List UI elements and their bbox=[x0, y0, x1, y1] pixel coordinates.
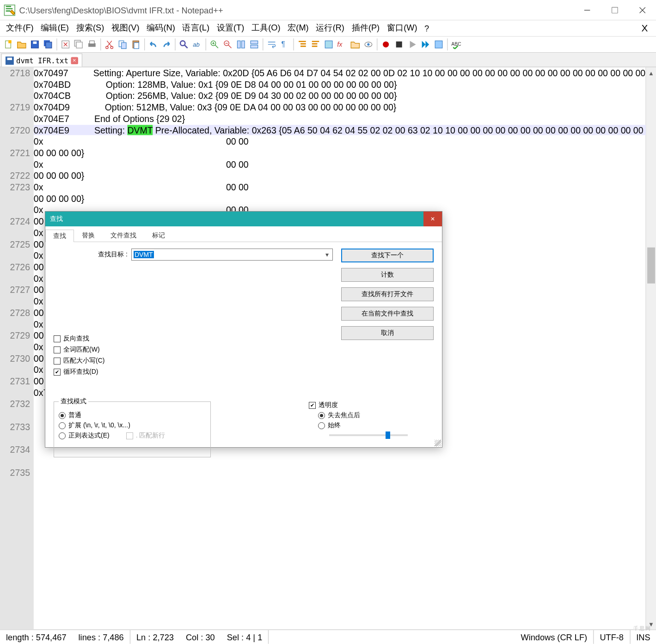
minimize-button[interactable] bbox=[573, 0, 601, 20]
scroll-up-icon[interactable]: ▲ bbox=[646, 67, 656, 78]
outdent-icon[interactable] bbox=[310, 38, 322, 50]
close-button[interactable] bbox=[629, 0, 656, 20]
menu-file[interactable]: 文件(F) bbox=[2, 22, 37, 35]
find-all-current-button[interactable]: 在当前文件中查找 bbox=[341, 307, 434, 321]
tab-find-in-files[interactable]: 文件查找 bbox=[103, 229, 144, 242]
wordwrap-icon[interactable] bbox=[266, 38, 278, 50]
replace-icon[interactable]: ab bbox=[191, 38, 203, 50]
play-icon[interactable] bbox=[406, 38, 418, 50]
status-col: Col : 30 bbox=[180, 632, 221, 642]
svg-rect-7 bbox=[46, 42, 52, 48]
menu-settings[interactable]: 设置(T) bbox=[213, 22, 248, 35]
transparency-slider[interactable] bbox=[329, 434, 408, 436]
redo-icon[interactable] bbox=[160, 38, 172, 50]
file-tab[interactable]: dvmt IFR.txt × bbox=[1, 54, 82, 67]
wholeword-checkbox[interactable]: 全词匹配(W) bbox=[54, 346, 104, 354]
menu-macro[interactable]: 宏(M) bbox=[284, 22, 312, 35]
svg-text:¶: ¶ bbox=[281, 40, 285, 48]
dropdown-icon[interactable]: ▾ bbox=[322, 250, 331, 259]
svg-rect-16 bbox=[122, 43, 126, 49]
menu-plugins[interactable]: 插件(P) bbox=[348, 22, 383, 35]
find-input[interactable]: DVMT ▾ bbox=[131, 249, 333, 261]
wrap-checkbox[interactable]: ✔循环查找(D) bbox=[54, 368, 104, 376]
menu-encoding[interactable]: 编码(N) bbox=[143, 22, 178, 35]
menubar-close-icon[interactable]: X bbox=[638, 22, 654, 35]
find-input-value: DVMT bbox=[134, 251, 154, 258]
svg-rect-23 bbox=[238, 41, 241, 48]
maximize-button[interactable] bbox=[601, 0, 629, 20]
vertical-scrollbar[interactable]: ▲ ▼ bbox=[645, 67, 656, 630]
folder-icon[interactable] bbox=[349, 38, 361, 50]
svg-rect-3 bbox=[8, 40, 12, 43]
svg-rect-34 bbox=[435, 41, 442, 48]
find-all-open-button[interactable]: 查找所有打开文件 bbox=[341, 287, 434, 301]
scroll-thumb[interactable] bbox=[647, 248, 655, 284]
fastfwd-icon[interactable] bbox=[419, 38, 431, 50]
mode-normal-radio[interactable]: 普通 bbox=[59, 411, 206, 419]
menu-tools[interactable]: 工具(O) bbox=[248, 22, 284, 35]
mode-regex-radio[interactable]: 正则表达式(E) . 匹配新行 bbox=[59, 431, 206, 440]
menu-view[interactable]: 视图(V) bbox=[108, 22, 143, 35]
svg-point-31 bbox=[367, 43, 369, 46]
tab-replace[interactable]: 替换 bbox=[74, 229, 103, 242]
watermark: 千思网 bbox=[633, 625, 651, 632]
save-all-icon[interactable] bbox=[42, 38, 54, 50]
dialog-titlebar[interactable]: 查找 ✕ bbox=[45, 212, 442, 226]
svg-rect-24 bbox=[242, 41, 245, 48]
print-icon[interactable] bbox=[86, 38, 98, 50]
search-mode-group: 查找模式 普通 扩展 (\n, \r, \t, \0, \x...) 正则表达式… bbox=[54, 397, 211, 457]
find-icon[interactable] bbox=[178, 38, 190, 50]
menu-search[interactable]: 搜索(S) bbox=[73, 22, 108, 35]
tab-mark[interactable]: 标记 bbox=[144, 229, 173, 242]
save-macro-icon[interactable] bbox=[433, 38, 445, 50]
cancel-button[interactable]: 取消 bbox=[341, 326, 434, 340]
status-sel: Sel : 4 | 1 bbox=[221, 632, 269, 642]
menu-run[interactable]: 运行(R) bbox=[312, 22, 348, 35]
dialog-title: 查找 bbox=[50, 215, 63, 223]
backward-checkbox[interactable]: 反向查找 bbox=[54, 334, 104, 343]
tab-find[interactable]: 查找 bbox=[45, 230, 74, 242]
sync-h-icon[interactable] bbox=[248, 38, 260, 50]
count-button[interactable]: 计数 bbox=[341, 268, 434, 282]
show-all-chars-icon[interactable]: ¶ bbox=[279, 38, 291, 50]
close-all-icon[interactable] bbox=[73, 38, 85, 50]
open-file-icon[interactable] bbox=[16, 38, 28, 50]
dialog-close-button[interactable]: ✕ bbox=[423, 212, 442, 226]
zoom-out-icon[interactable] bbox=[222, 38, 234, 50]
stop-icon[interactable] bbox=[393, 38, 405, 50]
transparency-group: ✔透明度 失去焦点后 始终 bbox=[304, 397, 428, 457]
transparency-checkbox[interactable]: ✔透明度 bbox=[309, 401, 423, 409]
trans-always-radio[interactable]: 始终 bbox=[318, 421, 423, 430]
spellcheck-icon[interactable]: ABC bbox=[450, 38, 462, 50]
menubar: 文件(F) 编辑(E) 搜索(S) 视图(V) 编码(N) 语言(L) 设置(T… bbox=[0, 20, 656, 36]
tab-close-icon[interactable]: × bbox=[71, 57, 78, 64]
sync-v-icon[interactable] bbox=[235, 38, 247, 50]
menu-window[interactable]: 窗口(W) bbox=[383, 22, 421, 35]
close-icon[interactable] bbox=[60, 38, 72, 50]
zoom-in-icon[interactable] bbox=[208, 38, 221, 50]
new-file-icon[interactable] bbox=[2, 38, 14, 50]
paste-icon[interactable] bbox=[130, 38, 142, 50]
monitor-icon[interactable] bbox=[362, 38, 374, 50]
userdef-icon[interactable] bbox=[323, 38, 335, 50]
svg-rect-25 bbox=[251, 41, 258, 44]
menu-help[interactable]: ? bbox=[421, 22, 433, 34]
svg-point-19 bbox=[180, 41, 185, 45]
indent-guide-icon[interactable] bbox=[296, 38, 308, 50]
resize-grip-icon[interactable] bbox=[435, 440, 441, 446]
func-list-icon[interactable]: fx bbox=[336, 38, 348, 50]
menu-edit[interactable]: 编辑(E) bbox=[37, 22, 72, 35]
record-icon[interactable] bbox=[380, 38, 392, 50]
menu-language[interactable]: 语言(L) bbox=[179, 22, 213, 35]
undo-icon[interactable] bbox=[147, 38, 159, 50]
save-icon[interactable] bbox=[29, 38, 41, 50]
titlebar: C:\Users\feng\Desktop\BIOS\dvmt IFR.txt … bbox=[0, 0, 656, 20]
trans-onlose-radio[interactable]: 失去焦点后 bbox=[318, 411, 423, 419]
matchcase-checkbox[interactable]: 匹配大小写(C) bbox=[54, 357, 104, 365]
find-next-button[interactable]: 查找下一个 bbox=[341, 249, 434, 262]
line-gutter: 2718 2719 2720 2721 2722 2723 2724 2725 … bbox=[0, 67, 34, 630]
mode-extended-radio[interactable]: 扩展 (\n, \r, \t, \0, \x...) bbox=[59, 421, 206, 430]
svg-rect-33 bbox=[396, 42, 402, 48]
cut-icon[interactable] bbox=[104, 38, 116, 50]
copy-icon[interactable] bbox=[116, 38, 129, 50]
